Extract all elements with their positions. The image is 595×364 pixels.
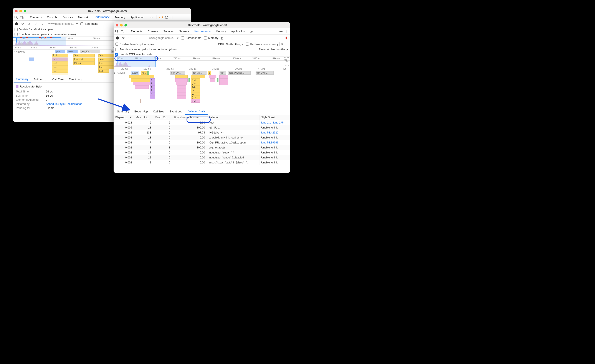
minimize-icon[interactable] (19, 10, 22, 12)
hw-concurrency-input[interactable] (279, 42, 288, 46)
subtab-event-log[interactable]: Event Log (66, 77, 84, 82)
tab-memory[interactable]: Memory (214, 29, 228, 34)
table-row[interactable]: 0.005130100.00.gb_Uc aUnable to link (113, 125, 290, 130)
upload-icon[interactable]: ⤴ (34, 21, 38, 26)
disable-js-checkbox[interactable] (115, 42, 118, 46)
clear-icon[interactable]: ⊘ (26, 21, 31, 26)
maximize-icon[interactable] (124, 24, 127, 27)
maximize-icon[interactable] (24, 10, 26, 12)
tab-console[interactable]: Console (146, 29, 160, 34)
minimize-icon[interactable] (120, 24, 123, 27)
inspect-icon[interactable] (114, 29, 119, 34)
hw-concurrency-checkbox[interactable] (246, 42, 249, 46)
stylesheet-link[interactable]: Line 58:42522 (260, 130, 290, 135)
subtab-selector-stats[interactable]: Selector Stats (185, 108, 208, 115)
col-match-count[interactable]: Match Co… (153, 115, 172, 120)
tab-network[interactable]: Network (76, 14, 91, 20)
subtab-call-tree[interactable]: Call Tree (50, 77, 66, 82)
table-row[interactable]: 0.004133097.74.HG1dvd > *Line 58:42522 (113, 130, 290, 135)
close-icon[interactable] (15, 10, 18, 12)
table-row[interactable]: 0.0031300.00a:-webkit-any-link:read-writ… (113, 135, 290, 140)
col-slow-path[interactable]: % of slow-path non-m… (172, 115, 207, 120)
col-match-attempts[interactable]: Match Att… (134, 115, 153, 120)
stylesheet-link[interactable]: Line 1:1 , Line 1:54 (260, 120, 290, 125)
warnings-badge[interactable]: ▲ 2 (158, 16, 163, 19)
settings-icon[interactable] (164, 15, 169, 20)
expand-icon[interactable]: ▶ (14, 51, 15, 53)
tab-performance[interactable]: Performance (192, 28, 212, 34)
disable-js-checkbox[interactable] (14, 28, 18, 31)
recording-select[interactable]: www.google.com #2 (148, 36, 176, 40)
tab-console[interactable]: Console (45, 14, 59, 20)
tab-network[interactable]: Network (177, 29, 191, 34)
stylesheet-link[interactable]: Line 58:39963 (260, 140, 290, 145)
table-row[interactable]: 0.0021200.00input[type="search" i]Unable… (113, 150, 290, 155)
table-row[interactable]: 0.00288100.00svg:not(:root)Unable to lin… (113, 145, 290, 150)
kebab-icon[interactable]: ⋮ (170, 15, 175, 20)
close-icon[interactable] (116, 24, 118, 27)
reload-icon[interactable]: ⟳ (20, 21, 25, 26)
flame-ruler[interactable]: 146 ms 196 ms 246 ms 296 ms 346 ms 396 m… (113, 67, 290, 71)
chevron-down-icon[interactable]: ▾ (177, 36, 178, 40)
expand-icon[interactable]: ▶ (114, 72, 116, 74)
chevron-down-icon[interactable]: ▾ (76, 22, 78, 26)
screenshots-checkbox[interactable] (80, 22, 83, 25)
subtab-call-tree[interactable]: Call Tree (150, 109, 167, 114)
subtab-bottom-up[interactable]: Bottom-Up (31, 77, 50, 82)
tab-performance[interactable]: Performance (92, 14, 112, 20)
flame-chart[interactable]: ▶ Network e.com m=… gen_20… gen_20… c ge… (113, 71, 290, 108)
subtab-bottom-up[interactable]: Bottom-Up (132, 109, 150, 114)
more-tabs-icon[interactable]: ≫ (147, 14, 155, 20)
adv-paint-checkbox[interactable] (14, 33, 18, 36)
tab-elements[interactable]: Elements (128, 29, 145, 34)
recording-select[interactable]: www.google.com #1 (47, 22, 75, 25)
subtab-event-log[interactable]: Event Log (167, 109, 185, 114)
titlebar[interactable]: DevTools - www.google.com/ (113, 22, 290, 28)
table-row[interactable]: 0.002200.00img:is([sizes="auto" i], [siz… (113, 160, 290, 165)
traffic-lights (116, 24, 127, 27)
table-row[interactable]: 0.0021200.00input[type="range" i]:disabl… (113, 155, 290, 160)
cpu-label: CPU: (218, 42, 225, 46)
tab-elements[interactable]: Elements (28, 14, 44, 20)
screenshots-checkbox[interactable] (181, 36, 184, 40)
kebab-icon[interactable]: ⋮ (284, 29, 289, 34)
cpu-mini-chart (113, 60, 200, 67)
selected-flame-block[interactable] (150, 96, 155, 99)
capture-settings-icon[interactable] (284, 35, 289, 40)
screenshots-label: Screenshots (185, 36, 201, 40)
subtab-summary[interactable]: Summary (14, 76, 31, 83)
reload-icon[interactable]: ⟳ (121, 35, 126, 40)
network-throttle-select[interactable]: No throttling (271, 48, 288, 51)
upload-icon[interactable]: ⤴ (135, 35, 139, 40)
col-selector[interactable]: Selector (207, 115, 260, 120)
table-row[interactable]: 0.00370100.00.CqmPRe:active .oXqZxc span… (113, 140, 290, 145)
settings-icon[interactable] (279, 29, 283, 34)
overview-timeline[interactable]: 96 ms 396 ms 596 ms 796 ms 996 ms 1196 m… (113, 57, 290, 67)
tab-application[interactable]: Application (128, 14, 147, 20)
col-stylesheet[interactable]: Style Sheet (260, 115, 290, 120)
tab-sources[interactable]: Sources (161, 29, 176, 34)
download-icon[interactable]: ⤓ (141, 35, 145, 40)
subtab-summary[interactable]: Summary (114, 109, 132, 114)
table-row[interactable]: 0.018620.00:rootLine 1:1 , Line 1:54 (113, 120, 290, 125)
record-icon[interactable] (115, 35, 120, 40)
clear-icon[interactable]: ⊘ (127, 35, 132, 40)
inspect-icon[interactable] (14, 15, 18, 20)
gc-icon[interactable] (220, 35, 225, 40)
tab-sources[interactable]: Sources (60, 14, 75, 20)
device-toolbar-icon[interactable] (120, 29, 125, 34)
network-track[interactable]: ▶ Network e.com m=… gen_20… gen_20… c ge… (113, 71, 290, 75)
download-icon[interactable]: ⤓ (40, 21, 44, 26)
cpu-throttle-select[interactable]: No throttling (226, 42, 243, 46)
device-toolbar-icon[interactable] (19, 15, 24, 20)
memory-checkbox[interactable] (204, 36, 207, 40)
titlebar[interactable]: DevTools - www.google.com/ (13, 8, 191, 14)
css-stats-checkbox[interactable] (115, 53, 118, 56)
tab-memory[interactable]: Memory (113, 14, 128, 20)
more-tabs-icon[interactable]: ≫ (248, 29, 255, 34)
tab-application[interactable]: Application (229, 29, 247, 34)
record-icon[interactable] (14, 21, 19, 26)
adv-paint-checkbox[interactable] (115, 48, 118, 51)
initiated-by-link[interactable]: Schedule Style Recalculation (46, 102, 82, 105)
col-elapsed[interactable]: Elapsed … ▼ (113, 115, 134, 120)
